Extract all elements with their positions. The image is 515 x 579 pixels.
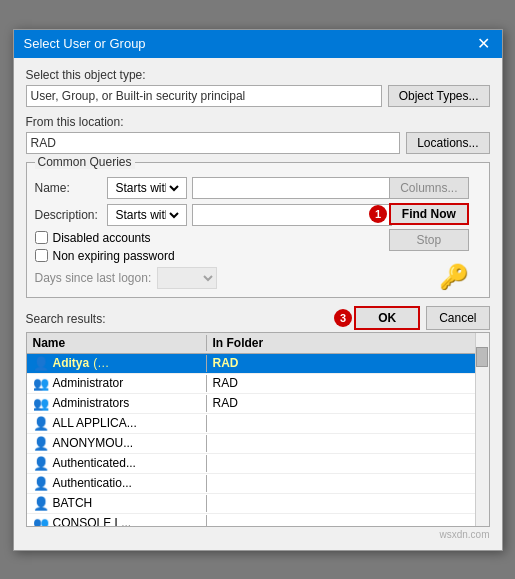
cell-name: 👤Authenticatio... xyxy=(27,475,207,492)
group-content: Columns... 1 Find Now Stop 🔑 Name: Start… xyxy=(35,169,481,289)
cell-folder xyxy=(207,462,489,464)
cell-name-text: ALL APPLICA... xyxy=(53,416,137,430)
find-now-button[interactable]: 1 Find Now xyxy=(389,203,468,225)
location-input[interactable] xyxy=(26,132,401,154)
days-label: Days since last logon: xyxy=(35,271,152,285)
days-select[interactable] xyxy=(157,267,217,289)
user-icon: 👤 xyxy=(33,496,49,511)
object-type-row: Object Types... xyxy=(26,85,490,107)
cell-folder xyxy=(207,442,489,444)
cell-folder xyxy=(207,422,489,424)
cell-name: 👤Authenticated... xyxy=(27,455,207,472)
cell-name: 👤Aditya (…2 xyxy=(27,355,207,372)
name-filter-select[interactable]: Starts with xyxy=(112,180,182,196)
watermark: wsxdn.com xyxy=(26,529,490,540)
cell-name: 👥CONSOLE L... xyxy=(27,515,207,527)
desc-filter-wrapper[interactable]: Starts with xyxy=(107,204,187,226)
dialog-body: Select this object type: Object Types...… xyxy=(14,58,502,550)
user-icon: 👤 xyxy=(33,436,49,451)
table-row[interactable]: 👤BATCH xyxy=(27,494,489,514)
table-container: Name In Folder 👤Aditya (…2RAD👥Administra… xyxy=(27,333,489,527)
user-icon: 👤 xyxy=(33,456,49,471)
cell-name-text: CONSOLE L... xyxy=(53,516,132,527)
columns-button[interactable]: Columns... xyxy=(389,177,468,199)
title-bar: Select User or Group ✕ xyxy=(14,30,502,58)
user-icon: 👤 xyxy=(33,356,49,371)
scrollbar[interactable] xyxy=(475,333,489,527)
ok-button[interactable]: 3 OK xyxy=(354,306,420,330)
user-icon: 👥 xyxy=(33,396,49,411)
user-icon: 👥 xyxy=(33,516,49,527)
object-type-input[interactable] xyxy=(26,85,382,107)
non-expiring-checkbox[interactable] xyxy=(35,249,48,262)
disabled-accounts-label: Disabled accounts xyxy=(53,231,151,245)
select-user-dialog: Select User or Group ✕ Select this objec… xyxy=(13,29,503,551)
name-label: Name: xyxy=(35,181,107,195)
cell-folder xyxy=(207,502,489,504)
key-icon: 🔑 xyxy=(389,263,468,291)
table-rows-container: 👤Aditya (…2RAD👥AdministratorRAD👥Administ… xyxy=(27,354,489,527)
non-expiring-label: Non expiring password xyxy=(53,249,175,263)
user-icon: 👥 xyxy=(33,376,49,391)
cell-name-text: Administrators xyxy=(53,396,130,410)
cell-folder xyxy=(207,482,489,484)
table-header: Name In Folder xyxy=(27,333,489,354)
cell-name: 👥Administrators xyxy=(27,395,207,412)
table-row[interactable]: 👥AdministratorRAD xyxy=(27,374,489,394)
results-table: Name In Folder 👤Aditya (…2RAD👥Administra… xyxy=(26,332,490,527)
table-row[interactable]: 👤Authenticatio... xyxy=(27,474,489,494)
cell-name-text: ANONYMOU... xyxy=(53,436,134,450)
user-icon: 👤 xyxy=(33,476,49,491)
badge-1: 1 xyxy=(369,205,387,223)
cell-folder: RAD xyxy=(207,355,489,371)
ok-cancel-row: 3 OK Cancel xyxy=(354,306,489,330)
cell-name-extra: (… xyxy=(93,356,109,370)
table-row[interactable]: 👤ALL APPLICA... xyxy=(27,414,489,434)
cell-folder xyxy=(207,522,489,524)
cell-name-text: Authenticated... xyxy=(53,456,136,470)
right-buttons-panel: Columns... 1 Find Now Stop 🔑 xyxy=(389,177,468,291)
object-types-button[interactable]: Object Types... xyxy=(388,85,490,107)
table-data: Name In Folder 👤Aditya (…2RAD👥Administra… xyxy=(27,333,489,527)
stop-button[interactable]: Stop xyxy=(389,229,468,251)
cell-name-text: Authenticatio... xyxy=(53,476,132,490)
location-label: From this location: xyxy=(26,115,490,129)
search-results-label: Search results: xyxy=(26,312,106,326)
description-label: Description: xyxy=(35,208,107,222)
col-folder-header: In Folder xyxy=(207,335,489,351)
badge-3: 3 xyxy=(334,309,352,327)
table-row[interactable]: 👤ANONYMOU... xyxy=(27,434,489,454)
common-queries-group: Common Queries Columns... 1 Find Now Sto… xyxy=(26,162,490,298)
col-name-header: Name xyxy=(27,335,207,351)
table-row[interactable]: 👥AdministratorsRAD xyxy=(27,394,489,414)
cancel-button[interactable]: Cancel xyxy=(426,306,489,330)
common-queries-tab[interactable]: Common Queries xyxy=(35,155,135,169)
cell-folder: RAD xyxy=(207,395,489,411)
table-row[interactable]: 👥CONSOLE L... xyxy=(27,514,489,527)
cell-folder: RAD xyxy=(207,375,489,391)
location-row: Locations... xyxy=(26,132,490,154)
locations-button[interactable]: Locations... xyxy=(406,132,489,154)
object-type-label: Select this object type: xyxy=(26,68,490,82)
cell-name-text: Administrator xyxy=(53,376,124,390)
cell-name-text: BATCH xyxy=(53,496,93,510)
name-filter-wrapper[interactable]: Starts with xyxy=(107,177,187,199)
desc-query-input[interactable] xyxy=(192,204,392,226)
table-row[interactable]: 👤Authenticated... xyxy=(27,454,489,474)
cell-name: 👤BATCH xyxy=(27,495,207,512)
cell-name: 👤ANONYMOU... xyxy=(27,435,207,452)
close-button[interactable]: ✕ xyxy=(475,36,492,52)
cell-name-text: Aditya xyxy=(53,356,90,370)
scrollbar-thumb[interactable] xyxy=(476,347,488,367)
disabled-accounts-checkbox[interactable] xyxy=(35,231,48,244)
dialog-title: Select User or Group xyxy=(24,36,146,51)
name-query-input[interactable] xyxy=(192,177,392,199)
cell-name: 👤ALL APPLICA... xyxy=(27,415,207,432)
cell-name: 👥Administrator xyxy=(27,375,207,392)
user-icon: 👤 xyxy=(33,416,49,431)
desc-filter-select[interactable]: Starts with xyxy=(112,207,182,223)
table-row[interactable]: 👤Aditya (…2RAD xyxy=(27,354,489,374)
